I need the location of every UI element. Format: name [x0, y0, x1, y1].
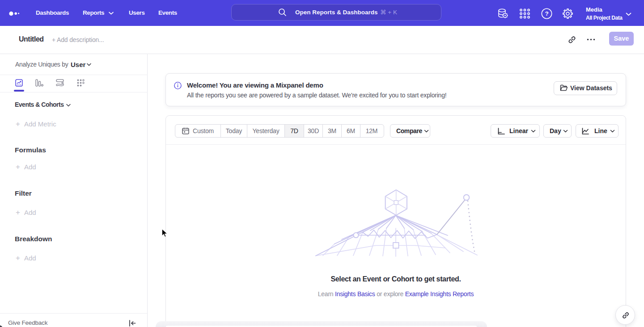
svg-text:?: ?: [545, 10, 548, 17]
